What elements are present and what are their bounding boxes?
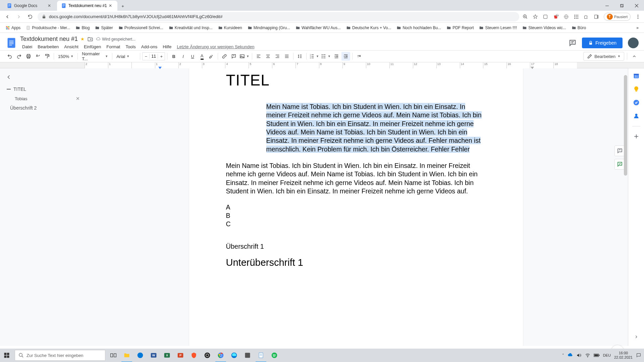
- contacts-icon[interactable]: [633, 113, 640, 119]
- line-spacing-button[interactable]: [296, 52, 304, 61]
- browser-tab-active[interactable]: Textdokument neu #1 - Google ✕: [57, 1, 117, 11]
- bookmark-item[interactable]: Steuern Videos wic...: [520, 24, 568, 32]
- outline-item-titel[interactable]: TITEL: [5, 84, 81, 94]
- close-icon[interactable]: ✕: [76, 96, 80, 101]
- bookmark-item[interactable]: Blog: [73, 24, 92, 32]
- font-size-input[interactable]: 11: [149, 54, 158, 59]
- add-addon-icon[interactable]: [633, 133, 640, 140]
- comment-history-icon[interactable]: [569, 39, 577, 47]
- address-bar[interactable]: docs.google.com/document/d/1hUH8k6h7Lb8y…: [38, 12, 519, 21]
- paragraph-style-dropdown[interactable]: Normaler T...▼: [80, 52, 110, 61]
- paragraph-1[interactable]: Mein Name ist Tobias. Ich bin Student in…: [266, 103, 483, 154]
- bookmark-item[interactable]: Kursideen: [216, 24, 244, 32]
- outline-close-button[interactable]: [5, 74, 81, 80]
- tasks-icon[interactable]: [633, 99, 640, 106]
- bookmark-item[interactable]: PDF Report: [444, 24, 476, 32]
- zoom-icon[interactable]: [523, 14, 528, 19]
- vertical-scrollbar[interactable]: [624, 75, 627, 176]
- close-window-button[interactable]: [629, 1, 644, 11]
- menu-bearbeiten[interactable]: Bearbeiten: [36, 43, 61, 50]
- docs-logo-icon[interactable]: [5, 37, 17, 49]
- calendar-icon[interactable]: 31: [633, 72, 640, 79]
- align-center-button[interactable]: [264, 52, 272, 61]
- increase-font-button[interactable]: +: [158, 54, 165, 59]
- heading-2[interactable]: Unterüberschrift 1: [226, 257, 483, 268]
- keep-icon[interactable]: [633, 86, 640, 93]
- numbered-list-dropdown[interactable]: 123▼: [309, 52, 320, 61]
- undo-button[interactable]: [5, 52, 14, 61]
- paragraph-2[interactable]: Mein Name ist Tobias. Ich bin Student in…: [226, 162, 483, 195]
- underline-button[interactable]: U: [188, 52, 197, 61]
- highlight-color-button[interactable]: [207, 52, 216, 61]
- editing-mode-dropdown[interactable]: Bearbeiten ▼: [583, 52, 624, 61]
- bookmark-item[interactable]: Büro: [570, 24, 588, 32]
- spellcheck-button[interactable]: [34, 52, 42, 61]
- last-edit-link[interactable]: Letzte Änderung vor wenigen Sekunden: [175, 43, 256, 50]
- list-item-c[interactable]: C: [226, 220, 483, 228]
- menu-format[interactable]: Format: [104, 43, 122, 50]
- increase-indent-button[interactable]: [341, 52, 350, 61]
- menu-ansicht[interactable]: Ansicht: [62, 43, 80, 50]
- outline-item-ueberschrift2[interactable]: Überschrift 2: [5, 103, 81, 113]
- bookmark-item[interactable]: Wahlfächer WU Aus...: [293, 24, 343, 32]
- bulleted-list-dropdown[interactable]: ▼: [320, 52, 331, 61]
- decrease-font-button[interactable]: −: [143, 54, 149, 59]
- bookmark-item[interactable]: Später: [93, 24, 115, 32]
- hide-side-panel-button[interactable]: [634, 335, 639, 339]
- align-left-button[interactable]: [254, 52, 263, 61]
- profile-chip[interactable]: T Pausiert: [604, 13, 631, 21]
- redo-button[interactable]: [15, 52, 23, 61]
- new-tab-button[interactable]: +: [118, 1, 127, 11]
- italic-button[interactable]: I: [179, 52, 187, 61]
- bookmark-item[interactable]: Steuern Lesen !!!!: [477, 24, 519, 32]
- back-button[interactable]: [3, 13, 11, 21]
- document-heading-title[interactable]: TITEL: [226, 71, 483, 89]
- clear-formatting-button[interactable]: T: [355, 52, 363, 61]
- horizontal-ruler[interactable]: 21123456789101112131415161718: [0, 62, 644, 68]
- browser-tab-inactive[interactable]: Google Docs ✕: [3, 1, 56, 11]
- document-title[interactable]: Textdokument neu #1: [20, 36, 78, 43]
- menu-hilfe[interactable]: Hilfe: [161, 43, 173, 50]
- bookmark-item[interactable]: Noch hochladen Bu...: [394, 24, 443, 32]
- globe-extension-icon[interactable]: [564, 14, 569, 19]
- reading-list-icon[interactable]: [594, 14, 599, 19]
- bookmark-item[interactable]: Produktsuche - Mer...: [24, 24, 72, 32]
- insert-link-button[interactable]: [220, 52, 229, 61]
- outline-item-tobias[interactable]: Tobias ✕: [5, 94, 81, 103]
- maximize-button[interactable]: [614, 1, 629, 11]
- menu-tools[interactable]: Tools: [123, 43, 138, 50]
- font-dropdown[interactable]: Arial▼: [114, 52, 138, 61]
- print-button[interactable]: [24, 52, 33, 61]
- apps-grid-icon[interactable]: [574, 14, 579, 19]
- shopping-extension-icon[interactable]: 99+: [553, 14, 559, 20]
- puzzle-extension-icon[interactable]: [584, 14, 589, 19]
- close-icon[interactable]: ✕: [48, 3, 52, 8]
- bookmark-item[interactable]: Professionell Schrei...: [116, 24, 165, 32]
- decrease-indent-button[interactable]: [332, 52, 341, 61]
- chrome-menu-icon[interactable]: [635, 14, 641, 19]
- extension-icon[interactable]: [543, 14, 548, 19]
- collapse-toolbar-button[interactable]: [630, 52, 639, 61]
- bookmark-star-icon[interactable]: [533, 14, 538, 19]
- list-item-a[interactable]: A: [226, 203, 483, 211]
- bold-button[interactable]: B: [169, 52, 178, 61]
- paint-format-button[interactable]: [43, 52, 52, 61]
- menu-addons[interactable]: Add-ons: [139, 43, 159, 50]
- bookmark-item[interactable]: Deutsche Kurs + Vo...: [344, 24, 393, 32]
- move-folder-icon[interactable]: [87, 36, 93, 42]
- align-justify-button[interactable]: [282, 52, 291, 61]
- heading-1[interactable]: Überschrift 1: [226, 243, 483, 250]
- bookmark-item[interactable]: Mindmapping (Gru...: [246, 24, 292, 32]
- minimize-button[interactable]: [600, 1, 614, 11]
- menu-datei[interactable]: Datei: [20, 43, 34, 50]
- star-icon[interactable]: ★: [80, 37, 85, 42]
- apps-bookmark[interactable]: Apps: [3, 24, 22, 32]
- document-canvas[interactable]: TITEL Mein Name ist Tobias. Ich bin Stud…: [84, 68, 628, 346]
- bookmark-item[interactable]: Kreativität und Insp...: [167, 24, 215, 32]
- bookmarks-overflow[interactable]: »: [634, 24, 641, 32]
- insert-comment-button[interactable]: [229, 52, 238, 61]
- text-color-button[interactable]: A: [198, 52, 206, 61]
- forward-button[interactable]: [15, 13, 23, 21]
- reload-button[interactable]: [26, 13, 34, 21]
- align-right-button[interactable]: [273, 52, 282, 61]
